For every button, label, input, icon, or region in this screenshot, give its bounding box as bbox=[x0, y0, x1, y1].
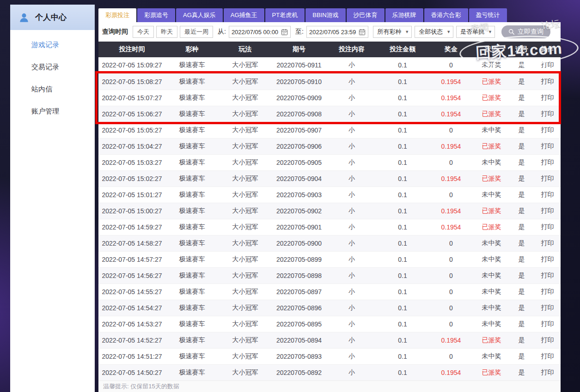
cell-play: 大小冠军 bbox=[219, 348, 272, 364]
content-panel: 查询时间 今天昨天最近一周 从: 2022/07/05 00:00 bbox=[98, 22, 561, 392]
tab-hk-mark-six[interactable]: 香港六合彩 bbox=[424, 8, 468, 22]
print-link[interactable]: 打印 bbox=[541, 175, 554, 182]
cell-status: 已派奖 bbox=[474, 138, 509, 154]
print-link[interactable]: 打印 bbox=[541, 352, 554, 360]
print-link[interactable]: 打印 bbox=[541, 78, 554, 85]
cell-amount: 0.1 bbox=[377, 219, 428, 235]
chevron-down-icon: ▼ bbox=[446, 30, 451, 34]
chevron-down-icon: ▼ bbox=[488, 30, 492, 34]
cell-chase: 是 bbox=[509, 90, 534, 106]
print-link[interactable]: 打印 bbox=[541, 207, 554, 214]
table-row: 2022-07-05 15:03:27极速赛车大小冠军20220705-0905… bbox=[98, 154, 561, 170]
print-link[interactable]: 打印 bbox=[541, 94, 554, 101]
search-button[interactable]: 立即查询 bbox=[501, 25, 550, 38]
quick-button-today[interactable]: 今天 bbox=[133, 26, 154, 38]
cell-content: 小 bbox=[326, 73, 377, 90]
cell-status: 未中奖 bbox=[474, 300, 509, 316]
cell-period: 20220705-0897 bbox=[272, 283, 326, 300]
print-link[interactable]: 打印 bbox=[541, 142, 554, 150]
tab-ag-live[interactable]: AG真人娱乐 bbox=[176, 8, 223, 22]
magnifier-icon bbox=[508, 29, 515, 35]
cell-prize: 0 bbox=[428, 300, 474, 316]
tab-profit-stats[interactable]: 盈亏统计 bbox=[469, 8, 507, 22]
tab-bbin-games[interactable]: BBIN游戏 bbox=[305, 8, 345, 22]
cell-amount: 0.1 bbox=[377, 364, 428, 380]
cell-action: 打印 bbox=[534, 348, 561, 364]
cell-prize: 0.1954 bbox=[428, 332, 474, 348]
sidebar-item-account-management[interactable]: 账户管理 bbox=[10, 100, 95, 122]
print-link[interactable]: 打印 bbox=[541, 255, 554, 263]
print-link[interactable]: 打印 bbox=[541, 368, 554, 376]
print-link[interactable]: 打印 bbox=[541, 126, 554, 133]
cell-content: 小 bbox=[326, 300, 377, 316]
print-link[interactable]: 打印 bbox=[541, 239, 554, 247]
date-to-input[interactable]: 2022/07/05 23:59 bbox=[306, 26, 368, 38]
table-row: 2022-07-05 15:01:27极速赛车大小冠军20220705-0903… bbox=[98, 187, 561, 203]
cell-play: 大小冠军 bbox=[219, 332, 272, 348]
cell-action: 打印 bbox=[534, 187, 561, 203]
tab-saba-sports[interactable]: 沙巴体育 bbox=[347, 8, 385, 22]
cell-time: 2022-07-05 15:00:27 bbox=[98, 203, 165, 219]
cell-play: 大小冠军 bbox=[219, 251, 272, 267]
sidebar-item-transaction-records[interactable]: 交易记录 bbox=[10, 56, 95, 78]
table-row: 2022-07-05 15:09:27极速赛车大小冠军20220705-0911… bbox=[98, 57, 561, 73]
quick-button-yesterday[interactable]: 昨天 bbox=[156, 26, 177, 38]
tab-pt-slots[interactable]: PT老虎机 bbox=[265, 8, 305, 22]
cell-prize: 0 bbox=[428, 57, 474, 73]
cell-content: 小 bbox=[326, 203, 377, 219]
cell-lottery: 极速赛车 bbox=[165, 170, 219, 187]
print-link[interactable]: 打印 bbox=[541, 110, 554, 117]
calendar-icon[interactable] bbox=[281, 28, 288, 36]
cell-lottery: 极速赛车 bbox=[165, 300, 219, 316]
cell-lottery: 极速赛车 bbox=[165, 235, 219, 251]
print-link[interactable]: 打印 bbox=[541, 271, 554, 279]
cell-period: 20220705-0893 bbox=[272, 348, 326, 364]
print-link[interactable]: 打印 bbox=[541, 158, 554, 166]
cell-chase: 是 bbox=[509, 251, 534, 267]
cell-play: 大小冠军 bbox=[219, 364, 272, 380]
date-from-input[interactable]: 2022/07/05 00:00 bbox=[229, 26, 291, 38]
col-content: 投注内容 bbox=[326, 42, 377, 57]
table-row: 2022-07-05 15:07:27极速赛车大小冠军20220705-0909… bbox=[98, 90, 561, 106]
col-amount: 投注金额 bbox=[377, 42, 428, 57]
table-row: 2022-07-05 15:00:27极速赛车大小冠军20220705-0902… bbox=[98, 203, 561, 219]
print-link[interactable]: 打印 bbox=[541, 320, 554, 327]
print-link[interactable]: 打印 bbox=[541, 191, 554, 198]
cell-status: 已派奖 bbox=[474, 170, 509, 187]
cell-chase: 是 bbox=[509, 364, 534, 380]
print-link[interactable]: 打印 bbox=[541, 336, 554, 344]
cell-content: 小 bbox=[326, 316, 377, 332]
table-row: 2022-07-05 15:04:27极速赛车大小冠军20220705-0906… bbox=[98, 138, 561, 154]
cell-status: 未中奖 bbox=[474, 154, 509, 170]
cell-play: 大小冠军 bbox=[219, 300, 272, 316]
quick-button-last-week[interactable]: 最近一周 bbox=[180, 26, 213, 38]
print-link[interactable]: 打印 bbox=[541, 223, 554, 230]
tab-leyou-chess[interactable]: 乐游棋牌 bbox=[385, 8, 423, 22]
print-link[interactable]: 打印 bbox=[541, 61, 554, 68]
cell-status: 未中奖 bbox=[474, 348, 509, 364]
print-link[interactable]: 打印 bbox=[541, 288, 554, 295]
cell-chase: 是 bbox=[509, 316, 534, 332]
cell-content: 小 bbox=[326, 364, 377, 380]
cell-time: 2022-07-05 15:04:27 bbox=[98, 138, 165, 154]
status-select[interactable]: 全部状态▼ bbox=[415, 26, 453, 38]
single-pick-select[interactable]: 是否单挑▼ bbox=[456, 26, 495, 38]
cell-time: 2022-07-05 15:01:27 bbox=[98, 187, 165, 203]
cell-action: 打印 bbox=[534, 364, 561, 380]
tab-lottery-bet[interactable]: 彩票投注 bbox=[98, 8, 136, 22]
table-row: 2022-07-05 15:08:27极速赛车大小冠军20220705-0910… bbox=[98, 73, 561, 90]
cell-period: 20220705-0903 bbox=[272, 187, 326, 203]
print-link[interactable]: 打印 bbox=[541, 304, 554, 311]
lottery-type-select[interactable]: 所有彩种▼ bbox=[373, 26, 412, 38]
sidebar-item-site-mail[interactable]: 站内信 bbox=[10, 78, 95, 100]
cell-status: 未中奖 bbox=[474, 283, 509, 300]
calendar-icon[interactable] bbox=[358, 28, 366, 36]
tab-ag-fishing[interactable]: AG捕鱼王 bbox=[224, 8, 264, 22]
cell-amount: 0.1 bbox=[377, 348, 428, 364]
cell-amount: 0.1 bbox=[377, 138, 428, 154]
sidebar-item-game-records[interactable]: 游戏记录 bbox=[10, 34, 95, 56]
tab-lottery-chase[interactable]: 彩票追号 bbox=[137, 8, 175, 22]
cell-content: 小 bbox=[326, 348, 377, 364]
cell-content: 小 bbox=[326, 267, 377, 283]
cell-play: 大小冠军 bbox=[219, 267, 272, 283]
